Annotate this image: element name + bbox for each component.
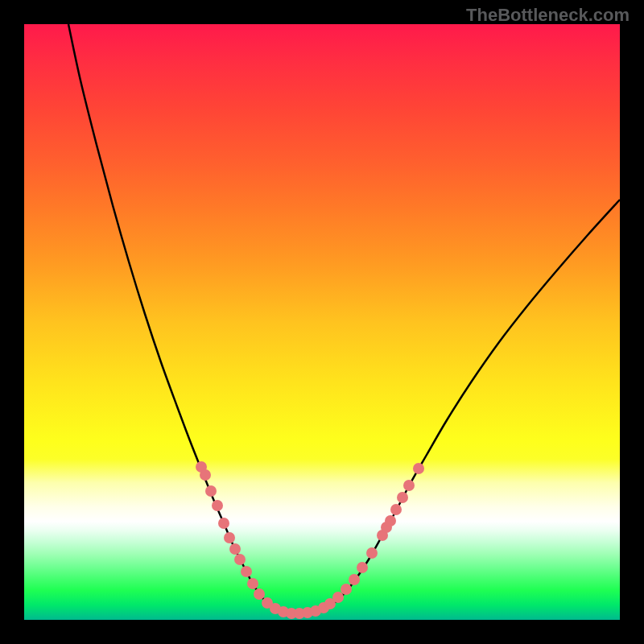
scatter-dot (390, 504, 402, 515)
curve-left-curve (68, 24, 298, 613)
scatter-dot (254, 588, 265, 600)
scatter-dot (247, 578, 258, 589)
scatter-dot (234, 554, 246, 565)
scatter-dot (212, 500, 223, 511)
scatter-dot (385, 515, 396, 526)
scatter-dot (241, 566, 252, 577)
scatter-dot (349, 574, 360, 585)
scatter-dot (357, 562, 368, 573)
scatter-dot (413, 463, 424, 474)
watermark-text: TheBottleneck.com (466, 5, 630, 26)
plot-area (24, 24, 620, 620)
scatter-dot (224, 532, 235, 543)
scatter-dot (366, 547, 378, 559)
scatter-dot (341, 584, 352, 595)
curve-right-curve (298, 200, 620, 613)
scatter-dot (218, 518, 229, 529)
curve-group (68, 24, 620, 613)
chart-container: TheBottleneck.com (0, 0, 644, 644)
scatter-dot (200, 469, 211, 481)
scatter-group (196, 461, 424, 619)
scatter-dot (205, 485, 217, 497)
scatter-dot (403, 480, 415, 491)
chart-svg (24, 24, 620, 620)
scatter-dot (397, 492, 408, 503)
scatter-dot (229, 543, 241, 555)
scatter-dot (332, 592, 344, 603)
